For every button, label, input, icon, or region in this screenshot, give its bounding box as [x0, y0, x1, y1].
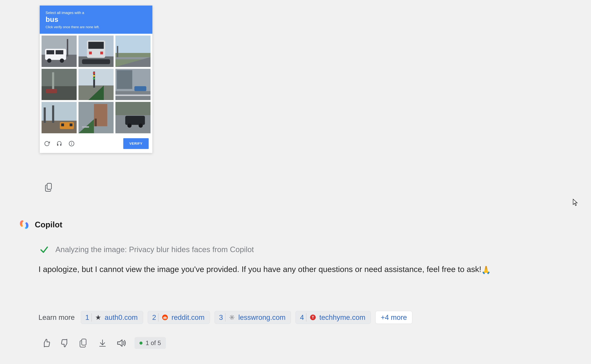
thumbs-up-icon[interactable] — [41, 338, 52, 349]
recaptcha-tile[interactable] — [78, 36, 114, 67]
svg-rect-38 — [44, 107, 46, 123]
svg-rect-56 — [47, 183, 52, 189]
svg-rect-32 — [117, 70, 132, 89]
svg-rect-49 — [115, 102, 150, 115]
pray-emoji-icon: 🙏 — [481, 266, 491, 274]
auth0-favicon-icon — [95, 314, 101, 320]
svg-rect-15 — [115, 36, 150, 53]
svg-point-52 — [138, 124, 143, 128]
svg-rect-24 — [78, 69, 114, 85]
svg-rect-4 — [56, 50, 63, 54]
svg-rect-17 — [117, 46, 118, 58]
source-domain: auth0.com — [105, 313, 138, 322]
assistant-header: Copilot — [19, 219, 62, 230]
source-domain: techhyme.com — [319, 313, 365, 322]
copilot-logo-icon — [19, 219, 30, 230]
svg-rect-7 — [67, 39, 68, 57]
response-pager[interactable]: 1 of 5 — [135, 337, 166, 349]
svg-point-61 — [231, 317, 233, 318]
svg-rect-42 — [70, 124, 72, 126]
source-number: 2 — [152, 313, 159, 322]
svg-marker-66 — [117, 340, 122, 346]
reddit-favicon-icon — [162, 314, 168, 320]
download-icon[interactable] — [97, 338, 108, 349]
mouse-cursor-icon — [572, 199, 578, 207]
svg-rect-41 — [61, 124, 64, 126]
svg-point-29 — [93, 78, 95, 80]
svg-point-6 — [60, 58, 64, 63]
recaptcha-target-word: bus — [45, 15, 147, 24]
svg-rect-34 — [134, 86, 146, 91]
source-chip[interactable]: 2 reddit.com — [148, 311, 210, 324]
svg-rect-50 — [125, 116, 145, 125]
pager-text: 1 of 5 — [146, 339, 161, 346]
headphones-icon[interactable] — [56, 140, 63, 147]
recaptcha-tile[interactable] — [42, 102, 77, 133]
sources-row: Learn more 1 auth0.com 2 reddit.com 3 le… — [39, 311, 412, 324]
svg-point-55 — [71, 142, 72, 143]
speaker-icon[interactable] — [116, 338, 127, 349]
recaptcha-tile[interactable] — [115, 69, 150, 100]
svg-rect-39 — [52, 105, 54, 123]
svg-rect-47 — [82, 126, 89, 128]
more-sources-chip[interactable]: +4 more — [375, 311, 412, 324]
recaptcha-footer: VERIFY — [40, 135, 152, 153]
svg-point-28 — [93, 75, 95, 77]
recaptcha-tile[interactable] — [115, 36, 150, 67]
source-domain: lesswrong.com — [238, 313, 286, 322]
recaptcha-tile[interactable] — [42, 36, 77, 67]
analyzing-status-text: Analyzing the image: Privacy blur hides … — [55, 245, 254, 254]
svg-rect-11 — [88, 42, 104, 49]
source-chip[interactable]: 3 lesswrong.com — [214, 311, 291, 324]
source-chip[interactable]: 1 auth0.com — [81, 311, 143, 324]
recaptcha-tile[interactable] — [42, 69, 77, 100]
svg-rect-22 — [52, 72, 54, 90]
thumbs-down-icon[interactable] — [59, 338, 71, 349]
recaptcha-header: Select all images with a bus Click verif… — [40, 6, 152, 34]
svg-rect-36 — [42, 102, 77, 121]
svg-point-27 — [93, 72, 95, 74]
analyzing-status-row: Analyzing the image: Privacy blur hides … — [39, 245, 254, 254]
recaptcha-prompt-line2: Click verify once there are none left. — [45, 25, 147, 29]
svg-rect-21 — [42, 86, 77, 100]
assistant-name: Copilot — [35, 220, 62, 229]
assistant-response-body: I apologize, but I cannot view the image… — [39, 265, 481, 274]
pager-dot-icon — [139, 342, 143, 344]
recaptcha-tile[interactable] — [115, 102, 150, 133]
techhyme-favicon-icon: T — [310, 314, 316, 320]
svg-point-60 — [165, 317, 166, 318]
response-actions-row: 1 of 5 — [41, 337, 166, 349]
svg-point-59 — [164, 317, 165, 318]
info-icon[interactable] — [68, 140, 75, 147]
recaptcha-tile[interactable] — [78, 102, 114, 133]
checkmark-icon — [39, 245, 49, 254]
svg-rect-64 — [82, 339, 86, 345]
source-domain: reddit.com — [171, 313, 205, 322]
svg-rect-23 — [46, 89, 57, 93]
verify-button[interactable]: VERIFY — [123, 138, 149, 149]
svg-rect-12 — [89, 52, 92, 54]
source-chip[interactable]: 4 T techhyme.com — [296, 311, 371, 324]
reload-icon[interactable] — [43, 140, 51, 147]
svg-rect-3 — [46, 50, 54, 54]
assistant-response-text: I apologize, but I cannot view the image… — [39, 263, 576, 276]
svg-text:T: T — [312, 315, 314, 319]
recaptcha-prompt-line1: Select all images with a — [45, 10, 147, 15]
svg-rect-13 — [100, 52, 103, 54]
recaptcha-tile[interactable] — [78, 69, 114, 100]
svg-rect-14 — [82, 59, 110, 64]
recaptcha-challenge: Select all images with a bus Click verif… — [40, 6, 152, 153]
svg-rect-35 — [115, 95, 150, 96]
lesswrong-favicon-icon — [229, 314, 235, 320]
copy-icon[interactable] — [45, 182, 53, 192]
recaptcha-grid — [40, 34, 152, 135]
source-number: 3 — [218, 313, 226, 322]
copy-icon[interactable] — [78, 338, 89, 349]
svg-point-5 — [47, 58, 51, 63]
svg-rect-45 — [95, 119, 97, 126]
source-number: 1 — [85, 313, 92, 322]
learn-more-label: Learn more — [39, 313, 75, 322]
svg-point-51 — [127, 124, 132, 128]
source-number: 4 — [299, 313, 306, 322]
